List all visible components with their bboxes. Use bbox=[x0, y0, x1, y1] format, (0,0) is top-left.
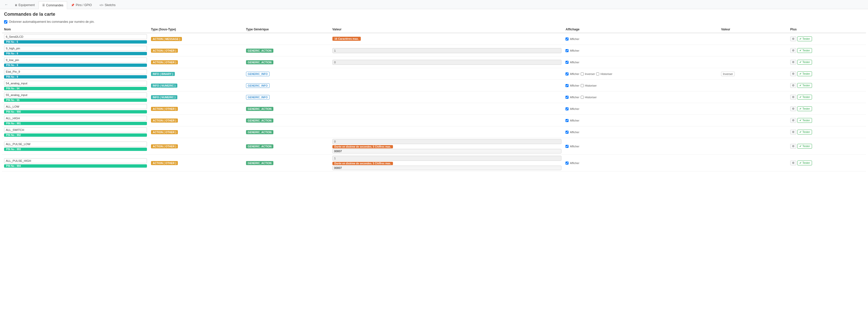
config-icon-button[interactable]: ⚙ bbox=[790, 106, 796, 111]
config-icon-button[interactable]: ⚙ bbox=[790, 161, 796, 165]
afficher-label: Afficher bbox=[570, 96, 579, 99]
type-badge: INFO ( NUMERIC ) bbox=[151, 84, 177, 88]
type-badge: GENERIC_ACTION bbox=[246, 107, 273, 111]
value-input[interactable] bbox=[332, 48, 562, 53]
tab-commandes[interactable]: ☰ Commandes bbox=[38, 1, 67, 9]
afficher-checkbox[interactable] bbox=[565, 61, 568, 64]
historiser-checkbox[interactable] bbox=[581, 96, 584, 99]
name-input[interactable] bbox=[4, 46, 147, 51]
col-type: Type (Sous-Type) bbox=[149, 26, 244, 33]
table-row: PIN No : 993 ACTION ( OTHER )GENERIC_ACT… bbox=[2, 138, 866, 155]
afficher-checkbox[interactable] bbox=[565, 162, 568, 165]
config-icon-button[interactable]: ⚙ bbox=[790, 36, 796, 41]
duration-input[interactable] bbox=[332, 149, 562, 153]
affichage-cell: Afficher bbox=[565, 37, 717, 40]
afficher-label: Afficher bbox=[570, 119, 579, 122]
table-row: PIN No : 991 ACTION ( OTHER )GENERIC_ACT… bbox=[2, 115, 866, 126]
afficher-checkbox[interactable] bbox=[565, 37, 568, 40]
name-input[interactable] bbox=[4, 92, 147, 97]
name-input[interactable] bbox=[4, 58, 147, 63]
tester-button[interactable]: ✔ Tester bbox=[797, 130, 812, 134]
historiser-checkbox[interactable] bbox=[581, 84, 584, 87]
config-icon-button[interactable]: ⚙ bbox=[790, 71, 796, 76]
value-input[interactable] bbox=[332, 60, 562, 65]
afficher-checkbox[interactable] bbox=[565, 145, 568, 148]
pin-badge: PIN No : 990 bbox=[4, 110, 147, 114]
afficher-label: Afficher bbox=[570, 162, 579, 165]
afficher-checkbox[interactable] bbox=[565, 49, 568, 52]
plus-cell: ⚙ ✔ Tester bbox=[790, 144, 864, 149]
config-icon-button[interactable]: ⚙ bbox=[790, 83, 796, 88]
name-input[interactable] bbox=[4, 81, 147, 86]
tester-button[interactable]: ✔ Tester bbox=[797, 60, 812, 65]
plus-cell: ⚙ ✔ Tester bbox=[790, 36, 864, 41]
name-input[interactable] bbox=[4, 34, 147, 39]
name-input[interactable] bbox=[4, 127, 147, 132]
col-generic: Type Générique bbox=[244, 26, 330, 33]
tab-pins[interactable]: 📌 Pins / GPIO bbox=[67, 1, 95, 9]
tester-button[interactable]: ✔ Tester bbox=[797, 161, 812, 165]
tester-button[interactable]: ✔ Tester bbox=[797, 144, 812, 149]
name-input[interactable] bbox=[4, 158, 147, 163]
affichage-cell: Afficher bbox=[565, 145, 717, 148]
pin-badge: PIN No : 992 bbox=[4, 133, 147, 137]
commandes-icon: ☰ bbox=[42, 4, 45, 7]
afficher-label: Afficher bbox=[570, 84, 579, 87]
afficher-checkbox[interactable] bbox=[565, 96, 568, 99]
config-icon-button[interactable]: ⚙ bbox=[790, 60, 796, 65]
affichage-cell: Afficher bbox=[565, 119, 717, 122]
name-input[interactable] bbox=[4, 116, 147, 121]
name-cell: PIN No : 6 bbox=[4, 34, 147, 43]
value-badge: 16 Caractères max. bbox=[332, 37, 361, 41]
config-icon-button[interactable]: ⚙ bbox=[790, 144, 796, 149]
afficher-label: Afficher bbox=[570, 37, 579, 40]
plus-cell: ⚙ ✔ Tester bbox=[790, 106, 864, 111]
auto-order-row: Ordonner automatiquement les commandes p… bbox=[0, 19, 868, 26]
type-badge: GENERIC_INFO bbox=[246, 95, 270, 99]
type-badge: INFO ( BINARY ) bbox=[151, 72, 175, 76]
afficher-checkbox[interactable] bbox=[565, 131, 568, 134]
name-input[interactable] bbox=[4, 141, 147, 147]
name-cell: PIN No : 992 bbox=[4, 127, 147, 137]
name-cell: PIN No : 9 bbox=[4, 69, 147, 78]
duration-input[interactable] bbox=[332, 166, 562, 170]
historiser-checkbox[interactable] bbox=[596, 72, 599, 75]
afficher-checkbox[interactable] bbox=[565, 107, 568, 111]
tester-button[interactable]: ✔ Tester bbox=[797, 36, 812, 41]
tester-button[interactable]: ✔ Tester bbox=[797, 48, 812, 53]
tester-button[interactable]: ✔ Tester bbox=[797, 83, 812, 88]
config-icon-button[interactable]: ⚙ bbox=[790, 95, 796, 99]
afficher-checkbox[interactable] bbox=[565, 72, 568, 75]
type-badge: ACTION ( OTHER ) bbox=[151, 144, 178, 148]
tab-commandes-label: Commandes bbox=[46, 4, 63, 7]
tester-button[interactable]: ✔ Tester bbox=[797, 118, 812, 123]
col-valeur: Valeur bbox=[330, 26, 564, 33]
tester-button[interactable]: ✔ Tester bbox=[797, 106, 812, 111]
tester-button[interactable]: ✔ Tester bbox=[797, 95, 812, 99]
plus-cell: ⚙ ✔ Tester bbox=[790, 161, 864, 165]
value-input[interactable] bbox=[332, 156, 562, 161]
config-icon-button[interactable]: ⚙ bbox=[790, 48, 796, 53]
tab-sketchs[interactable]: </> Sketchs bbox=[95, 1, 119, 9]
tab-sketchs-label: Sketchs bbox=[105, 3, 116, 7]
affichage-cell: Afficher Historiser bbox=[565, 96, 717, 99]
back-button[interactable]: ← bbox=[2, 1, 11, 9]
duration-label: Durée en dixième de secondes. 5 Chiffres… bbox=[332, 145, 393, 148]
inverser-checkbox[interactable] bbox=[581, 72, 584, 75]
config-icon-button[interactable]: ⚙ bbox=[790, 130, 796, 134]
afficher-checkbox[interactable] bbox=[565, 84, 568, 87]
value-input[interactable] bbox=[332, 139, 562, 144]
config-icon-button[interactable]: ⚙ bbox=[790, 118, 796, 123]
name-input[interactable] bbox=[4, 69, 147, 74]
tester-button[interactable]: ✔ Tester bbox=[797, 71, 812, 76]
table-row: PIN No : 9 ACTION ( OTHER )GENERIC_ACTIO… bbox=[2, 45, 866, 57]
plus-cell: ⚙ ✔ Tester bbox=[790, 48, 864, 53]
inverser-button[interactable]: Inverser bbox=[721, 72, 735, 76]
afficher-checkbox[interactable] bbox=[565, 119, 568, 122]
name-input[interactable] bbox=[4, 104, 147, 109]
type-badge: GENERIC_ACTION bbox=[246, 49, 273, 53]
equipement-icon: 🖥 bbox=[14, 4, 17, 7]
auto-order-checkbox[interactable] bbox=[4, 20, 7, 24]
type-badge: GENERIC_ACTION bbox=[246, 161, 273, 165]
tab-equipement[interactable]: 🖥 Equipement bbox=[11, 1, 38, 9]
